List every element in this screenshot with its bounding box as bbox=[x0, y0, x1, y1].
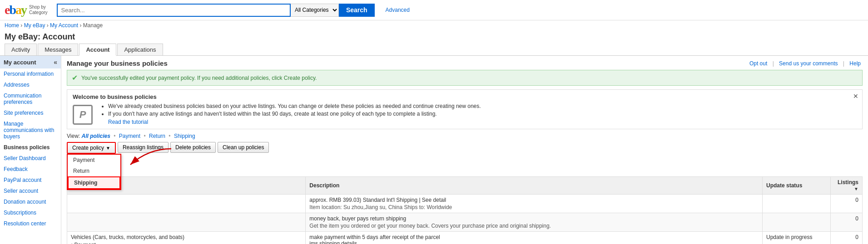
content: Manage your business policies Opt out | … bbox=[61, 56, 868, 244]
sidebar-item-subscriptions[interactable]: Subscriptions bbox=[0, 207, 61, 218]
row2-name bbox=[67, 213, 306, 232]
sidebar-item-feedback[interactable]: Feedback bbox=[0, 164, 61, 175]
breadcrumb-current: Manage bbox=[83, 22, 103, 29]
content-title: Manage your business policies bbox=[67, 59, 168, 67]
breadcrumb-myaccount[interactable]: My Account bbox=[50, 22, 78, 29]
view-payment[interactable]: Payment bbox=[119, 133, 140, 139]
breadcrumb: Home › My eBay › My Account › Manage bbox=[0, 20, 868, 30]
sidebar-item-seller-account[interactable]: Seller account bbox=[0, 185, 61, 196]
sidebar-item-donation-account[interactable]: Donation account bbox=[0, 196, 61, 207]
search-input[interactable] bbox=[57, 4, 291, 17]
dropdown-arrow-icon: ▼ bbox=[106, 146, 110, 151]
main: My account « Personal information Addres… bbox=[0, 56, 868, 244]
logo-area: ebay Shop by Category bbox=[5, 3, 48, 17]
sidebar-item-communication-preferences[interactable]: Communication preferences bbox=[0, 90, 61, 107]
sidebar-item-site-preferences[interactable]: Site preferences bbox=[0, 107, 61, 118]
tabs: Activity Messages Account Applications bbox=[0, 44, 868, 56]
view-filter: View: All policies • Payment • Return • … bbox=[67, 133, 863, 139]
tab-account[interactable]: Account bbox=[79, 44, 116, 56]
col-update-status: Update status bbox=[763, 177, 831, 195]
row1-name bbox=[67, 195, 306, 213]
sidebar-item-personal-information[interactable]: Personal information bbox=[0, 68, 61, 79]
breadcrumb-home[interactable]: Home bbox=[5, 22, 19, 29]
welcome-content: P We've already created business policie… bbox=[73, 103, 857, 125]
content-actions: Opt out | Send us your comments | Help bbox=[748, 60, 863, 67]
sidebar-header[interactable]: My account « bbox=[0, 56, 61, 68]
row2-update-status bbox=[763, 213, 831, 232]
shop-by-category[interactable]: Shop by Category bbox=[29, 5, 48, 15]
page-title: My eBay: Account bbox=[0, 30, 868, 44]
create-policy-container: Create policy ▼ Payment Return Shipping bbox=[67, 142, 116, 154]
dropdown-item-payment[interactable]: Payment bbox=[68, 155, 120, 166]
header: ebay Shop by Category All Categories Sea… bbox=[0, 0, 868, 20]
welcome-title: Welcome to business policies bbox=[73, 93, 857, 100]
help-link[interactable]: Help bbox=[849, 60, 861, 67]
sidebar-title: My account bbox=[4, 59, 36, 66]
table-row: Vehicles (Cars, trucks, motorcycles, and… bbox=[67, 232, 863, 244]
sidebar: My account « Personal information Addres… bbox=[0, 56, 61, 244]
advanced-link[interactable]: Advanced bbox=[386, 7, 410, 13]
content-topbar: Manage your business policies Opt out | … bbox=[67, 59, 863, 67]
dropdown-item-shipping[interactable]: Shipping bbox=[68, 176, 120, 189]
sidebar-item-seller-dashboard[interactable]: Seller Dashboard bbox=[0, 153, 61, 164]
table-row: money back, buyer pays return shipping G… bbox=[67, 213, 863, 232]
row2-description: money back, buyer pays return shipping G… bbox=[306, 213, 763, 232]
col-listings: Listings ▼ bbox=[831, 177, 863, 195]
tab-applications[interactable]: Applications bbox=[117, 44, 163, 55]
cleanup-policies-button[interactable]: Clean up policies bbox=[218, 142, 269, 153]
breadcrumb-myebay[interactable]: My eBay bbox=[24, 22, 45, 29]
create-policy-label: Create policy bbox=[72, 145, 104, 151]
toolbar: Create policy ▼ Payment Return Shipping bbox=[67, 142, 863, 154]
sidebar-item-addresses[interactable]: Addresses bbox=[0, 79, 61, 90]
search-area: All Categories Search bbox=[57, 4, 375, 17]
tab-messages[interactable]: Messages bbox=[38, 44, 78, 55]
welcome-close-button[interactable]: ✕ bbox=[853, 93, 858, 100]
welcome-bullet2: If you don't have any active listings an… bbox=[108, 111, 481, 117]
create-policy-dropdown: Payment Return Shipping bbox=[67, 154, 121, 190]
sidebar-item-manage-communications[interactable]: Manage communications with buyers bbox=[0, 118, 61, 142]
delete-policies-button[interactable]: Delete policies bbox=[170, 142, 216, 153]
reassign-listings-button[interactable]: Reassign listings bbox=[118, 142, 169, 153]
dropdown-item-return[interactable]: Return bbox=[68, 166, 120, 176]
view-return[interactable]: Return bbox=[149, 133, 165, 139]
success-text: You've successfully edited your payment … bbox=[81, 75, 317, 81]
success-icon: ✔ bbox=[72, 73, 78, 82]
sidebar-item-resolution-center[interactable]: Resolution center bbox=[0, 218, 61, 229]
create-policy-button[interactable]: Create policy ▼ bbox=[67, 142, 116, 154]
send-comments-link[interactable]: Send us your comments bbox=[779, 60, 838, 67]
row3-description: make payment within 5 days after receipt… bbox=[306, 232, 763, 244]
tab-activity[interactable]: Activity bbox=[5, 44, 37, 55]
row3-update-status: Update in progress bbox=[763, 232, 831, 244]
col-description: Description bbox=[306, 177, 763, 195]
row1-update-status bbox=[763, 195, 831, 213]
sidebar-item-paypal-account[interactable]: PayPal account bbox=[0, 175, 61, 185]
table-row: approx. RMB 399.03) Standard Int'l Shipp… bbox=[67, 195, 863, 213]
search-button[interactable]: Search bbox=[339, 4, 375, 17]
welcome-box: Welcome to business policies P We've alr… bbox=[67, 89, 863, 129]
category-select[interactable]: All Categories bbox=[291, 4, 339, 17]
view-label: View: bbox=[67, 133, 81, 139]
policy-table: Description Update status Listings ▼ app… bbox=[67, 176, 863, 244]
policy-icon: P bbox=[73, 103, 95, 125]
welcome-bullet1: We've already created business policies … bbox=[108, 103, 481, 109]
sidebar-item-business-policies[interactable]: Business policies bbox=[0, 142, 61, 153]
welcome-text: We've already created business policies … bbox=[101, 103, 481, 125]
ebay-logo[interactable]: ebay bbox=[5, 3, 26, 17]
row2-listings: 0 bbox=[831, 213, 863, 232]
view-all-policies[interactable]: All policies bbox=[81, 133, 110, 139]
view-shipping[interactable]: Shipping bbox=[174, 133, 195, 139]
read-tutorial-link[interactable]: Read the tutorial bbox=[108, 119, 481, 125]
row3-listings: 0 bbox=[831, 232, 863, 244]
opt-out-link[interactable]: Opt out bbox=[749, 60, 767, 67]
row3-name: Vehicles (Cars, trucks, motorcycles, and… bbox=[67, 232, 306, 244]
row1-listings: 0 bbox=[831, 195, 863, 213]
row1-description: approx. RMB 399.03) Standard Int'l Shipp… bbox=[306, 195, 763, 213]
sidebar-collapse-icon[interactable]: « bbox=[54, 59, 57, 66]
success-message: ✔ You've successfully edited your paymen… bbox=[67, 70, 863, 86]
